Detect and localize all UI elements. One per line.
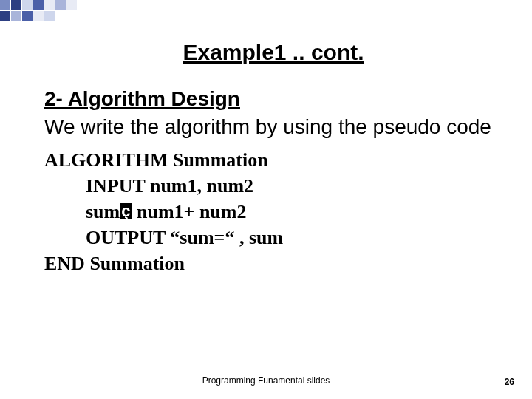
pseudo-line: sumç num1+ num2 bbox=[44, 199, 502, 225]
pseudocode-block: ALGORITHM Summation INPUT num1, num2 sum… bbox=[44, 147, 502, 276]
section-heading: 2- Algorithm Design bbox=[44, 87, 502, 111]
slide-title: Example1 .. cont. bbox=[44, 40, 502, 65]
intro-text: We write the algorithm by using the pseu… bbox=[44, 114, 502, 140]
footer-text: Programming Funamental slides bbox=[0, 375, 532, 386]
pseudo-line: OUTPUT “sum=“ , sum bbox=[44, 225, 502, 250]
page-number: 26 bbox=[505, 377, 514, 387]
pseudo-token: sum bbox=[86, 201, 120, 222]
pseudo-token: num1+ num2 bbox=[132, 201, 247, 222]
slide-body: Example1 .. cont. 2- Algorithm Design We… bbox=[0, 0, 532, 399]
pseudo-line: ALGORITHM Summation bbox=[44, 149, 268, 171]
pseudo-line: INPUT num1, num2 bbox=[44, 173, 502, 199]
pseudo-line: END Summation bbox=[44, 253, 185, 274]
assign-arrow-icon: ç bbox=[120, 203, 132, 219]
